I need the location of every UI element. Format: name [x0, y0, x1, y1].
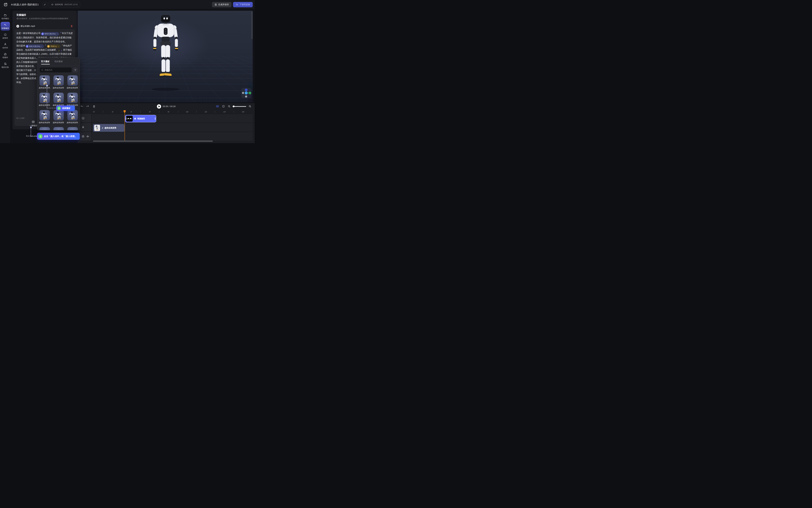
close-icon[interactable]: ×	[41, 44, 42, 48]
trash-icon[interactable]	[92, 105, 95, 108]
ruler-tick	[234, 111, 234, 113]
tag-bracket: 」	[47, 36, 49, 39]
sidebar-item-label: 音频编排	[1, 27, 9, 30]
sidebar-item-4[interactable]: 动作库	[1, 41, 10, 50]
asset-thumbnail-5[interactable]	[53, 93, 64, 103]
sidebar-item-5[interactable]: 音频库	[1, 51, 10, 60]
sidebar-item-6[interactable]: 我的任务	[1, 61, 10, 70]
asset-search-box[interactable]	[40, 68, 72, 72]
laugh-face-icon	[26, 45, 29, 48]
synthesize-save-label: 合成并保存	[218, 3, 229, 6]
play-audio-button[interactable]	[16, 25, 19, 28]
robot-download-icon	[236, 3, 238, 6]
asset-thumbnail-3[interactable]	[68, 75, 78, 86]
close-icon[interactable]: ×	[57, 32, 58, 36]
expression-track-header	[79, 114, 91, 122]
ai-icon	[32, 120, 35, 124]
action-tag[interactable]: 弯腰(5s)×	[47, 45, 60, 48]
close-icon[interactable]: ×	[58, 44, 59, 48]
tab-official-assets[interactable]: 官方素材	[41, 60, 49, 63]
one-click-arrange-button[interactable]: 一键编排	[29, 120, 37, 127]
neg-z-axis-handle[interactable]	[245, 95, 247, 97]
clip-view-icon[interactable]	[222, 105, 225, 108]
action-clip-thumbnail	[94, 125, 100, 131]
undo-icon[interactable]	[80, 105, 83, 108]
expression-tag[interactable]: 哈哈大笑(10s)×	[41, 32, 59, 36]
asset-thumbnail-9[interactable]	[68, 110, 78, 120]
asset-thumbnail-7[interactable]	[39, 110, 50, 120]
z-axis-handle[interactable]: Z	[245, 89, 247, 91]
sidebar-item-3[interactable]: 表情库	[1, 32, 10, 40]
asset-label: 超帅走路姿势	[53, 87, 65, 89]
viewport-3d[interactable]: Z Y X	[78, 11, 253, 102]
timeline-zoom-slider[interactable]	[233, 106, 246, 107]
deploy-to-device-label: 下发到设备	[240, 3, 250, 6]
tab-my-assets[interactable]: 我的素材	[54, 60, 63, 63]
asset-thumbnail-1[interactable]	[39, 75, 50, 86]
sidebar-item-label: 我的任务	[1, 66, 9, 69]
playhead-line	[125, 111, 125, 140]
asset-thumbnail-4[interactable]	[39, 93, 50, 103]
sidebar-item-label: 音频库	[2, 56, 8, 59]
person-icon	[4, 43, 7, 46]
delete-audio-icon[interactable]	[70, 25, 73, 28]
viewport-scrollbar[interactable]	[252, 11, 252, 39]
tag-bracket: 」	[61, 49, 63, 51]
clip-left-handle[interactable]	[126, 118, 126, 120]
ruler-label: 6f	[149, 111, 151, 113]
filter-icon	[74, 69, 77, 71]
ruler-label: 12f	[204, 111, 207, 113]
sidebar-item-1[interactable]: 动作模仿	[1, 12, 10, 21]
rename-button[interactable]	[42, 2, 47, 7]
neg-x-axis-handle[interactable]	[242, 92, 244, 94]
asset-thumbnail-partial[interactable]	[68, 127, 78, 130]
asset-label: 超帅走路姿势	[39, 121, 51, 124]
action-clip[interactable]: 超帅走路姿势	[93, 124, 124, 132]
walking-icon	[102, 127, 104, 129]
panel-subtitle: 通过音频处理，生成音频素材以及融合动作和表情的音频编排素材	[16, 17, 73, 20]
asset-thumbnail-2[interactable]	[53, 75, 64, 86]
audio-track-header	[79, 132, 91, 140]
audio-file-row: 默认名称1.mp3	[16, 24, 73, 28]
timeline-ruler[interactable]: 0f2f4f6f8f10f12f14f16f	[92, 110, 253, 114]
expression-track-lane[interactable]	[92, 114, 253, 122]
asset-thumbnail-8[interactable]	[53, 110, 64, 120]
speaker-icon[interactable]	[86, 135, 89, 138]
ruler-label: 10f	[186, 111, 189, 113]
asset-label: 超帅走路姿势...	[39, 87, 51, 89]
tag-bracket: 」	[58, 49, 60, 51]
synthesize-save-button[interactable]: 合成并保存	[212, 2, 232, 7]
asset-thumbnail-partial[interactable]	[39, 127, 50, 130]
guide-step-1-text: 点击「插入动作」或「插入表情」	[44, 135, 77, 138]
sidebar-item-2[interactable]: 音频编排	[1, 22, 10, 31]
search-icon	[41, 69, 43, 71]
expression-tag[interactable]: 哈哈大笑(10s)×	[26, 45, 44, 48]
axis-gizmo[interactable]: Z Y X	[241, 88, 251, 98]
zoom-in-icon[interactable]	[248, 105, 251, 108]
x-axis-handle[interactable]: X	[249, 92, 251, 94]
filter-button[interactable]	[73, 68, 78, 72]
guide-step-2-text: 选择素材	[62, 107, 71, 110]
asset-thumbnail-partial[interactable]	[53, 127, 64, 130]
slider-knob[interactable]	[233, 105, 235, 107]
music-box-icon	[4, 53, 7, 56]
ruler-label: 2f	[112, 111, 113, 113]
expression-clip[interactable]: 害羞微笑	[125, 115, 156, 122]
robot-model	[147, 14, 184, 92]
pencil-icon	[44, 3, 46, 6]
app-logo-icon	[4, 2, 8, 7]
timeline-play-button[interactable]	[157, 104, 161, 109]
expression-track-icon	[82, 117, 85, 120]
asset-thumbnail-6[interactable]	[68, 93, 78, 103]
deploy-to-device-button[interactable]: 下发到设备	[233, 2, 253, 7]
timeline-hscrollbar[interactable]	[93, 140, 213, 142]
clip-right-handle[interactable]	[155, 118, 155, 120]
panel-title: 音频编排	[16, 13, 26, 16]
zoom-out-icon[interactable]	[228, 105, 231, 108]
y-axis-handle[interactable]: Y	[245, 91, 248, 94]
audio-track-lane[interactable]	[92, 132, 253, 140]
redo-icon[interactable]	[86, 105, 89, 108]
expression-clip-thumbnail	[126, 116, 133, 122]
asset-search-input[interactable]	[44, 69, 70, 71]
fit-timeline-icon[interactable]	[216, 105, 219, 108]
